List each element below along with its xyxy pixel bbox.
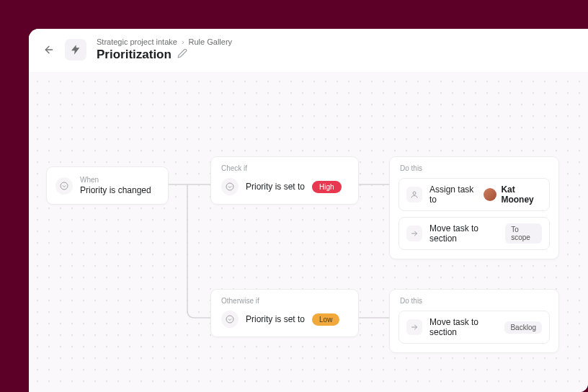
app-window: Strategic project intake › Rule Gallery … bbox=[29, 29, 588, 392]
bolt-icon bbox=[70, 44, 81, 55]
breadcrumb-project[interactable]: Strategic project intake bbox=[97, 37, 177, 46]
chevron-down-circle-icon bbox=[226, 315, 234, 324]
page-title: Prioritization bbox=[97, 48, 172, 62]
action-text: Move task to section bbox=[429, 223, 498, 244]
condition-node-high[interactable]: Check if Priority is set to High bbox=[210, 156, 359, 205]
arrow-left-icon bbox=[43, 44, 55, 55]
move-icon bbox=[406, 319, 422, 335]
chevron-right-icon: › bbox=[182, 37, 184, 46]
rule-icon bbox=[65, 39, 86, 61]
condition-label: Check if bbox=[211, 157, 358, 172]
condition-text: Priority is set to bbox=[246, 314, 305, 324]
priority-icon bbox=[55, 177, 73, 195]
priority-pill-high: High bbox=[312, 181, 342, 193]
condition-label: Otherwise if bbox=[211, 290, 358, 305]
chevron-down-circle-icon bbox=[226, 182, 234, 191]
svg-point-5 bbox=[226, 316, 233, 323]
rule-canvas[interactable]: When Priority is changed Check if Priori… bbox=[29, 73, 588, 392]
user-icon bbox=[406, 187, 422, 202]
condition-node-low[interactable]: Otherwise if Priority is set to Low bbox=[210, 289, 359, 337]
priority-pill-low: Low bbox=[312, 313, 339, 326]
arrow-right-icon bbox=[410, 323, 419, 331]
condition-text: Priority is set to bbox=[246, 182, 305, 192]
svg-point-2 bbox=[226, 183, 233, 190]
action-text: Assign task to bbox=[429, 184, 476, 205]
svg-point-3 bbox=[413, 192, 416, 195]
actions-label: Do this bbox=[390, 157, 558, 172]
back-button[interactable] bbox=[43, 44, 55, 55]
avatar bbox=[484, 188, 496, 201]
svg-point-1 bbox=[61, 182, 68, 190]
edit-title-button[interactable] bbox=[177, 48, 187, 61]
action-text: Move task to section bbox=[429, 317, 497, 337]
header: Strategic project intake › Rule Gallery … bbox=[29, 29, 588, 73]
trigger-label: When bbox=[80, 176, 151, 184]
move-icon bbox=[406, 226, 422, 241]
section-chip: Backlog bbox=[504, 321, 542, 334]
person-icon bbox=[410, 190, 419, 199]
trigger-node[interactable]: When Priority is changed bbox=[46, 166, 169, 205]
breadcrumb: Strategic project intake › Rule Gallery bbox=[97, 37, 232, 46]
trigger-text: Priority is changed bbox=[80, 185, 151, 195]
action-move[interactable]: Move task to section To scope bbox=[398, 217, 550, 250]
pencil-icon bbox=[177, 48, 187, 58]
assignee-name: Kat Mooney bbox=[501, 184, 542, 205]
actions-node-high[interactable]: Do this Assign task to Kat Mooney Move t… bbox=[389, 156, 559, 259]
priority-icon bbox=[221, 178, 239, 195]
actions-node-low[interactable]: Do this Move task to section Backlog bbox=[389, 289, 559, 353]
action-assign[interactable]: Assign task to Kat Mooney bbox=[398, 178, 550, 211]
priority-icon bbox=[221, 311, 239, 328]
actions-label: Do this bbox=[390, 290, 558, 305]
assignee: Kat Mooney bbox=[484, 184, 542, 205]
breadcrumb-section[interactable]: Rule Gallery bbox=[189, 37, 233, 46]
chevron-down-circle-icon bbox=[60, 182, 68, 190]
action-move[interactable]: Move task to section Backlog bbox=[398, 311, 550, 344]
arrow-right-icon bbox=[410, 229, 419, 238]
section-chip: To scope bbox=[505, 223, 542, 244]
